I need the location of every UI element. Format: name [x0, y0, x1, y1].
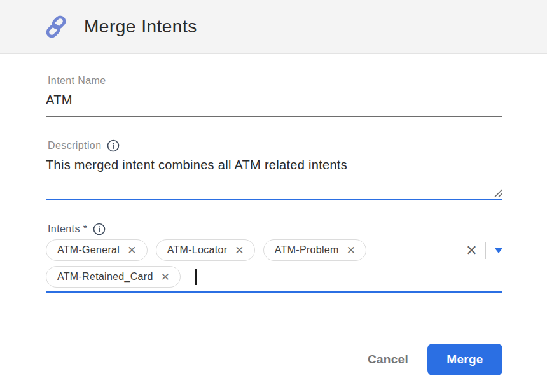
cancel-button[interactable]: Cancel	[368, 353, 408, 367]
chip-remove-icon[interactable]: ✕	[161, 272, 170, 283]
intents-label-row: Intents *	[48, 223, 502, 235]
link-chain-icon	[43, 14, 69, 39]
description-info-icon[interactable]	[107, 139, 120, 152]
intents-label: Intents *	[48, 223, 87, 235]
intent-chip: ATM-General ✕	[46, 239, 148, 261]
merge-intents-dialog: Merge Intents Intent Name ATM Descriptio…	[0, 0, 547, 392]
merge-button[interactable]: Merge	[427, 344, 502, 375]
clear-all-icon[interactable]: ✕	[466, 244, 485, 258]
dialog-body: Intent Name ATM Description This merged …	[0, 75, 547, 293]
dialog-title: Merge Intents	[84, 17, 197, 37]
chip-remove-icon[interactable]: ✕	[347, 245, 356, 256]
chip-remove-icon[interactable]: ✕	[235, 245, 244, 256]
intent-chips: ATM-General ✕ ATM-Locator ✕ ATM-Problem …	[46, 239, 426, 288]
intents-field: Intents * ATM-General ✕ ATM-Locator ✕ AT…	[46, 223, 502, 293]
intent-chip: ATM-Locator ✕	[156, 239, 255, 261]
intent-name-label: Intent Name	[48, 75, 502, 87]
description-text: This merged intent combines all ATM rela…	[46, 158, 502, 172]
dialog-footer: Cancel Merge	[368, 344, 502, 375]
chevron-down-icon	[495, 248, 502, 253]
multiselect-controls: ✕	[466, 242, 502, 260]
intent-chip-label: ATM-Problem	[275, 244, 339, 256]
intent-chip-label: ATM-Retained_Card	[57, 271, 153, 283]
intent-chip-label: ATM-Locator	[167, 244, 228, 256]
intent-chip-label: ATM-General	[57, 244, 120, 256]
intent-chip: ATM-Retained_Card ✕	[46, 266, 181, 288]
dropdown-toggle[interactable]	[486, 248, 502, 253]
intent-chip: ATM-Problem ✕	[263, 239, 366, 261]
intent-name-input[interactable]: ATM	[46, 93, 502, 117]
intents-info-icon[interactable]	[93, 223, 106, 235]
chip-remove-icon[interactable]: ✕	[127, 245, 137, 256]
textarea-resize-handle[interactable]	[492, 187, 503, 198]
intent-name-field: Intent Name ATM	[46, 75, 502, 117]
intents-multiselect-input[interactable]: ATM-General ✕ ATM-Locator ✕ ATM-Problem …	[46, 239, 502, 293]
dialog-header: Merge Intents	[0, 0, 547, 54]
description-label: Description	[48, 140, 101, 151]
description-field: Description This merged intent combines …	[46, 139, 502, 200]
text-cursor	[195, 269, 197, 285]
description-label-row: Description	[48, 139, 502, 152]
description-textarea[interactable]: This merged intent combines all ATM rela…	[46, 158, 502, 200]
